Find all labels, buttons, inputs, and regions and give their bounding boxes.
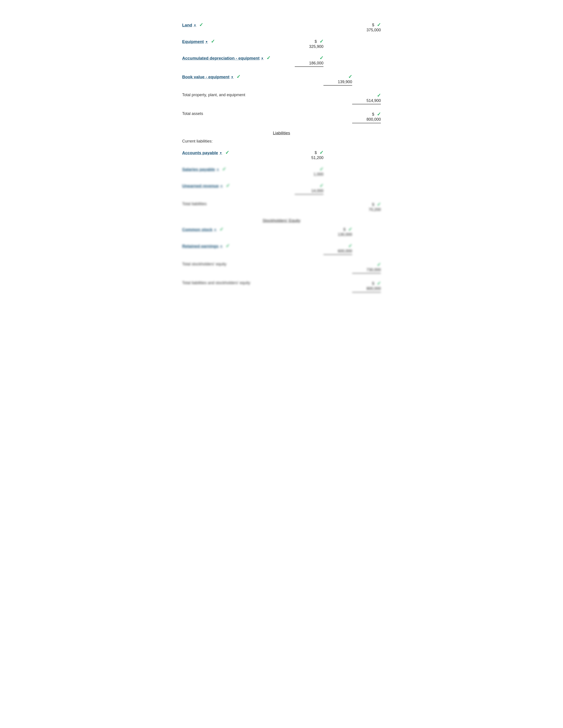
- retained-earnings-arrow-icon[interactable]: ▼: [220, 245, 223, 248]
- page-content: Land ▼ ✓ $ ✓ 375,000 Equipment ▼ ✓: [182, 13, 381, 294]
- equipment-values: $ ✓ 325,900: [288, 39, 381, 49]
- total-se-check-icon: ✓: [377, 262, 381, 268]
- acc-dep-check-icon: ✓: [266, 55, 270, 61]
- accounts-payable-arrow-icon[interactable]: ▼: [219, 151, 222, 155]
- retained-earnings-col4: [352, 243, 381, 256]
- land-check-icon: ✓: [199, 22, 203, 28]
- accounts-payable-dropdown[interactable]: Accounts payable ▼: [182, 150, 222, 155]
- acc-dep-value-check-icon: ✓: [320, 55, 324, 61]
- acc-dep-underline: [295, 66, 324, 67]
- total-assets-col3: [324, 111, 352, 124]
- acc-dep-row: Accumulated depreciation - equipment ▼ ✓…: [182, 55, 381, 68]
- total-liabilities-label: Total liabilities: [182, 202, 207, 206]
- unearned-revenue-col3: [324, 183, 352, 195]
- total-liabilities-se-col3: [324, 281, 352, 294]
- total-se-value: 730,000: [367, 268, 381, 272]
- land-value: 375,000: [367, 28, 381, 32]
- total-ppe-col2: [295, 93, 324, 105]
- salaries-payable-col4: [352, 166, 381, 177]
- land-dollar-check: $ ✓: [372, 22, 381, 28]
- accounts-payable-col3: [324, 150, 352, 160]
- equipment-col4: [352, 39, 381, 49]
- current-liabilities-label-col: Current liabilities:: [182, 139, 288, 144]
- retained-earnings-dropdown[interactable]: Retained earnings ▼: [182, 244, 223, 249]
- unearned-revenue-check-icon: ✓: [226, 183, 230, 188]
- equipment-row: Equipment ▼ ✓ $ ✓ 325,900: [182, 39, 381, 49]
- acc-dep-col4: [352, 55, 381, 68]
- equipment-label-col: Equipment ▼ ✓: [182, 39, 288, 44]
- unearned-revenue-text: Unearned revenue: [182, 184, 219, 188]
- salaries-payable-dropdown[interactable]: Salaries payable ▼: [182, 167, 219, 172]
- total-liabilities-se-double-underline: [352, 292, 381, 293]
- salaries-payable-value: 1,000: [314, 172, 324, 177]
- retained-earnings-underline: [324, 254, 352, 255]
- total-liabilities-se-value: 800,000: [367, 286, 381, 291]
- accounts-payable-col4: [352, 150, 381, 160]
- stockholders-equity-header: Stockholders' Equity: [182, 218, 381, 223]
- total-ppe-check-icon: ✓: [377, 93, 381, 98]
- equipment-arrow-icon[interactable]: ▼: [205, 40, 208, 43]
- book-value-col3: ✓ 139,900: [324, 74, 352, 86]
- land-col2: [295, 22, 324, 32]
- land-dropdown[interactable]: Land ▼: [182, 23, 196, 28]
- common-stock-arrow-icon[interactable]: ▼: [214, 228, 216, 231]
- salaries-payable-text: Salaries payable: [182, 167, 215, 172]
- salaries-payable-check-icon: ✓: [222, 166, 226, 172]
- equipment-dollar-check: $ ✓: [315, 39, 324, 44]
- acc-dep-arrow-icon[interactable]: ▼: [261, 57, 264, 60]
- book-value-check2-icon: ✓: [348, 74, 352, 80]
- common-stock-dollar-check: $ ✓: [343, 227, 352, 232]
- book-value-check-icon: ✓: [236, 74, 240, 79]
- common-stock-col4: [352, 227, 381, 237]
- common-stock-dropdown[interactable]: Common stock ▼: [182, 227, 216, 232]
- total-liabilities-label-col: Total liabilities: [182, 202, 288, 206]
- land-dollar-icon: $: [372, 23, 374, 27]
- total-assets-label: Total assets: [182, 111, 203, 116]
- accounts-payable-values: $ ✓ 51,200: [288, 150, 381, 160]
- salaries-payable-arrow-icon[interactable]: ▼: [216, 168, 219, 171]
- total-ppe-underline: [352, 104, 381, 104]
- land-col4: $ ✓ 375,000: [352, 22, 381, 32]
- total-liabilities-se-label-col: Total liabilities and stockholders' equi…: [182, 281, 288, 285]
- total-liabilities-col2: [295, 202, 324, 212]
- equipment-dollar-icon: $: [315, 39, 317, 44]
- total-liabilities-dollar-icon: $: [372, 202, 374, 207]
- total-liabilities-dollar-check: $ ✓: [372, 202, 381, 207]
- unearned-revenue-label-col: Unearned revenue ▼ ✓: [182, 183, 288, 189]
- salaries-payable-values: ✓ 1,000: [288, 166, 381, 177]
- book-value-text: Book value - equipment: [182, 75, 229, 79]
- total-ppe-label: Total property, plant, and equipment: [182, 93, 245, 97]
- book-value-dropdown[interactable]: Book value - equipment ▼: [182, 75, 233, 79]
- unearned-revenue-dropdown[interactable]: Unearned revenue ▼: [182, 184, 223, 188]
- acc-dep-value: 186,000: [309, 61, 324, 66]
- total-ppe-col3: [324, 93, 352, 105]
- total-se-col4: ✓ 730,000: [352, 262, 381, 274]
- retained-earnings-label-col: Retained earnings ▼ ✓: [182, 243, 288, 249]
- retained-earnings-value-check-icon: ✓: [348, 243, 352, 249]
- total-liabilities-se-values: $ ✓ 800,000: [288, 281, 381, 294]
- equipment-col3: [324, 39, 352, 49]
- acc-dep-dropdown[interactable]: Accumulated depreciation - equipment ▼: [182, 56, 263, 61]
- equipment-dropdown[interactable]: Equipment ▼: [182, 39, 208, 44]
- salaries-payable-col2: ✓ 1,000: [295, 166, 324, 177]
- total-liabilities-row: Total liabilities $ ✓ 70,200: [182, 202, 381, 212]
- acc-dep-col3: [324, 55, 352, 68]
- equipment-text: Equipment: [182, 39, 204, 44]
- unearned-revenue-arrow-icon[interactable]: ▼: [220, 184, 223, 188]
- retained-earnings-col3: ✓ 600,000: [324, 243, 352, 256]
- land-arrow-icon[interactable]: ▼: [193, 24, 196, 27]
- total-assets-label-col: Total assets: [182, 111, 288, 116]
- salaries-payable-label-col: Salaries payable ▼ ✓: [182, 166, 288, 172]
- common-stock-col3: $ ✓ 130,000: [324, 227, 352, 237]
- total-liabilities-se-dollar-check: $ ✓: [372, 281, 381, 286]
- book-value-arrow-icon[interactable]: ▼: [231, 75, 233, 79]
- current-liabilities-label: Current liabilities:: [182, 139, 212, 143]
- total-assets-values: $ ✓ 800,000: [288, 111, 381, 124]
- current-liabilities-row: Current liabilities:: [182, 139, 381, 144]
- book-value-values: ✓ 139,900: [288, 74, 381, 86]
- retained-earnings-values: ✓ 600,000: [288, 243, 381, 256]
- total-liabilities-se-row: Total liabilities and stockholders' equi…: [182, 281, 381, 294]
- total-se-col3: [324, 262, 352, 274]
- total-se-label: Total stockholders' equity: [182, 262, 226, 266]
- land-col3: [324, 22, 352, 32]
